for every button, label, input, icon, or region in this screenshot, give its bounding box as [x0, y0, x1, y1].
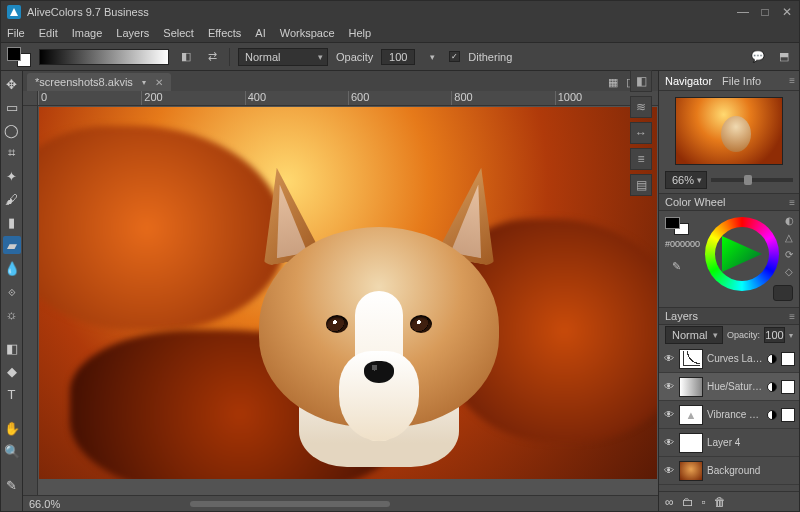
menu-file[interactable]: File: [7, 27, 25, 39]
tool-color-fill[interactable]: ▮: [3, 213, 21, 231]
status-zoom[interactable]: 66.0%: [29, 498, 60, 510]
layer-blend-select[interactable]: Normal: [665, 326, 723, 344]
opacity-input[interactable]: 100: [381, 49, 415, 65]
layer-name[interactable]: Background: [707, 465, 795, 476]
layer-thumbnail[interactable]: [679, 377, 703, 397]
color-mode-icon-1[interactable]: ◐: [783, 215, 795, 227]
color-wheel-header[interactable]: Color Wheel ≡: [659, 193, 799, 211]
ruler-vertical[interactable]: [23, 106, 38, 495]
tab-navigator[interactable]: Navigator: [665, 75, 712, 87]
menu-effects[interactable]: Effects: [208, 27, 241, 39]
adjustment-icon[interactable]: [767, 354, 777, 364]
color-hex-value[interactable]: #000000: [665, 239, 700, 249]
tool-text[interactable]: T: [3, 385, 21, 403]
navigator-zoom-select[interactable]: 66%: [665, 171, 707, 189]
ruler-origin[interactable]: [23, 91, 38, 106]
docked-panel-0[interactable]: ◧: [630, 70, 652, 92]
layer-thumbnail[interactable]: [679, 405, 703, 425]
minimize-button[interactable]: —: [737, 6, 749, 18]
layer-name[interactable]: Vibrance Layer1: [707, 409, 763, 420]
tool-blur[interactable]: 💧: [3, 259, 21, 277]
layer-name[interactable]: Layer 4: [707, 437, 795, 448]
adjustment-icon[interactable]: [767, 410, 777, 420]
new-layer-icon[interactable]: ▫: [702, 495, 706, 509]
layer-name[interactable]: Curves Layer 3: [707, 353, 763, 364]
color-wheel-menu-icon[interactable]: ≡: [789, 197, 795, 208]
dithering-checkbox[interactable]: ✓: [449, 51, 460, 62]
menu-image[interactable]: Image: [72, 27, 103, 39]
canvas-grid-icon[interactable]: ▦: [604, 73, 622, 91]
tool-zoom[interactable]: 🔍: [3, 442, 21, 460]
tool-eyedropper[interactable]: ✎: [3, 476, 21, 494]
canvas-image[interactable]: [39, 107, 657, 479]
maximize-button[interactable]: □: [759, 6, 771, 18]
menu-workspace[interactable]: Workspace: [280, 27, 335, 39]
foreground-background-swatch[interactable]: [7, 47, 31, 67]
navigator-preview[interactable]: [675, 97, 783, 165]
tool-rect-select[interactable]: ▭: [3, 98, 21, 116]
adjustment-icon[interactable]: [767, 382, 777, 392]
gradient-reverse-icon[interactable]: ⇄: [203, 48, 221, 66]
tab-file-info[interactable]: File Info: [722, 75, 761, 87]
layer-opacity-dropdown-icon[interactable]: ▾: [789, 331, 793, 340]
horizontal-scrollbar[interactable]: [190, 501, 390, 507]
menu-help[interactable]: Help: [349, 27, 372, 39]
tool-wand[interactable]: ✦: [3, 167, 21, 185]
canvas-viewport[interactable]: 02004006008001000: [23, 91, 658, 495]
tool-lasso[interactable]: ◯: [3, 121, 21, 139]
layer-row[interactable]: 👁Curves Layer 3: [659, 345, 799, 373]
color-preview-swatch[interactable]: [773, 285, 793, 301]
layer-row[interactable]: 👁Vibrance Layer1: [659, 401, 799, 429]
layer-visibility-icon[interactable]: 👁: [663, 437, 675, 448]
layer-thumbnail[interactable]: [679, 461, 703, 481]
color-mode-icon-4[interactable]: ◇: [783, 266, 795, 278]
docked-panel-3[interactable]: ≡: [630, 148, 652, 170]
ruler-horizontal[interactable]: 02004006008001000: [38, 91, 658, 106]
tool-move[interactable]: ✥: [3, 75, 21, 93]
gradient-pattern-icon[interactable]: ◧: [177, 48, 195, 66]
navigator-menu-icon[interactable]: ≡: [789, 75, 795, 86]
layers-header[interactable]: Layers ≡: [659, 307, 799, 325]
blend-mode-select[interactable]: Normal: [238, 48, 328, 66]
close-window-button[interactable]: ✕: [781, 6, 793, 18]
menu-ai[interactable]: AI: [255, 27, 265, 39]
tool-clone[interactable]: ⟐: [3, 282, 21, 300]
menu-select[interactable]: Select: [163, 27, 194, 39]
eyedropper-icon[interactable]: ✎: [667, 257, 685, 275]
layer-mask-thumbnail[interactable]: [781, 380, 795, 394]
layer-row[interactable]: 👁Layer 4: [659, 429, 799, 457]
document-tab[interactable]: *screenshots8.akvis ▾ ✕: [27, 73, 171, 91]
docked-panel-4[interactable]: ▤: [630, 174, 652, 196]
layer-visibility-icon[interactable]: 👁: [663, 409, 675, 420]
tool-dodge[interactable]: ☼: [3, 305, 21, 323]
docked-panel-2[interactable]: ↔: [630, 122, 652, 144]
tool-hand[interactable]: ✋: [3, 419, 21, 437]
tool-gradient[interactable]: ▰: [3, 236, 21, 254]
color-mode-icon-2[interactable]: △: [783, 232, 795, 244]
color-swatch[interactable]: [665, 217, 689, 235]
notifications-icon[interactable]: 💬: [749, 48, 767, 66]
layer-visibility-icon[interactable]: 👁: [663, 353, 675, 364]
delete-layer-icon[interactable]: 🗑: [714, 495, 726, 509]
tool-brush[interactable]: 🖌: [3, 190, 21, 208]
menu-layers[interactable]: Layers: [116, 27, 149, 39]
link-layers-icon[interactable]: ∞: [665, 495, 674, 509]
workspace-settings-icon[interactable]: ⬒: [775, 48, 793, 66]
tool-crop[interactable]: ⌗: [3, 144, 21, 162]
layer-mask-thumbnail[interactable]: [781, 352, 795, 366]
layer-row[interactable]: 👁Background: [659, 457, 799, 485]
layer-opacity-input[interactable]: 100: [764, 327, 785, 343]
gradient-preview[interactable]: [39, 49, 169, 65]
layer-thumbnail[interactable]: [679, 433, 703, 453]
layer-visibility-icon[interactable]: 👁: [663, 381, 675, 392]
navigator-zoom-slider[interactable]: [711, 178, 793, 182]
tab-close-icon[interactable]: ✕: [155, 77, 163, 88]
tool-shape[interactable]: ◆: [3, 362, 21, 380]
layers-menu-icon[interactable]: ≡: [789, 311, 795, 322]
docked-panel-1[interactable]: ≋: [630, 96, 652, 118]
new-folder-icon[interactable]: 🗀: [682, 495, 694, 509]
tab-dropdown-icon[interactable]: ▾: [139, 77, 149, 87]
layer-thumbnail[interactable]: [679, 349, 703, 369]
color-wheel[interactable]: [705, 217, 779, 291]
layer-name[interactable]: Hue/Saturation Layer2: [707, 381, 763, 392]
